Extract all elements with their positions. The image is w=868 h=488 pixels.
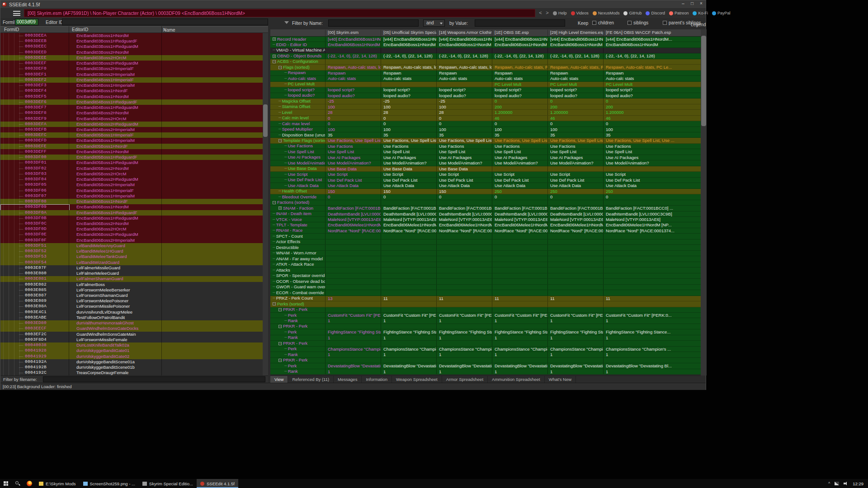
record-row[interactable]: —0003DEEAEncBandit03Boss1HNordM	[0, 33, 268, 38]
conflict-row[interactable]: ─Actor Effects	[270, 239, 701, 245]
value-cell[interactable]: DeathItemBandit [LVLI:000C3C9B]	[603, 211, 701, 216]
record-row[interactable]: —0003DEEBEncBandit03Boss1HRedguardF	[0, 38, 268, 44]
value-cell[interactable]	[436, 267, 492, 272]
taskbar-button-skyrim[interactable]: Skyrim Special Editio...	[139, 479, 197, 488]
value-cell[interactable]: NordRace "Nord" [RACE:0001374...	[492, 228, 547, 233]
value-cell[interactable]: 11	[547, 296, 603, 301]
editorid-cell[interactable]: LvlBanditMelee1HGuard	[76, 249, 123, 254]
value-cell[interactable]: 35	[436, 132, 492, 137]
value-cell[interactable]	[492, 262, 547, 267]
value-cell[interactable]: 100	[492, 127, 547, 132]
value-cell[interactable]: 0	[325, 116, 381, 121]
editorid-cell[interactable]: dunVolskyggeBanditScene01a	[76, 359, 135, 365]
formid-cell[interactable]: 0004192A	[25, 359, 47, 365]
value-cell[interactable]: Use Spell List	[547, 149, 603, 154]
value-cell[interactable]: Use Script	[492, 172, 547, 177]
value-cell[interactable]	[492, 251, 547, 256]
value-cell[interactable]: DevastatingBlow "Devastating Bl...	[492, 363, 547, 368]
formid-cell[interactable]: 0003DEF3	[25, 83, 47, 88]
value-cell[interactable]	[547, 285, 603, 290]
value-cell[interactable]: 0	[325, 121, 381, 126]
plugin-column-header[interactable]: [05] Unofficial Skyrim Special Editi...	[381, 30, 436, 37]
tab-referenced-by-11-[interactable]: Referenced By (11)	[288, 376, 334, 383]
toolbar-link-videos[interactable]: Videos	[571, 11, 589, 15]
minimize-button[interactable]: –	[680, 1, 686, 6]
value-cell[interactable]: Use Factions, Use Spell List, Use ...	[492, 138, 547, 143]
value-cell[interactable]	[492, 48, 547, 53]
value-cell[interactable]: EncBandit06Melee1HNordM [NP...	[547, 222, 603, 227]
value-cell[interactable]: 1	[325, 335, 381, 340]
value-cell[interactable]: Respawn	[436, 70, 492, 75]
formid-cell[interactable]: 0003DEF7	[25, 105, 47, 110]
value-cell[interactable]: EncBandit06Melee1HNordM [NP...	[325, 222, 381, 227]
formid-cell[interactable]: 0003DEF2	[25, 77, 47, 83]
value-cell[interactable]: looped script?	[547, 87, 603, 92]
collapse-icon[interactable]: −	[278, 325, 282, 328]
value-cell[interactable]	[436, 307, 492, 312]
value-cell[interactable]: looped audio?	[436, 93, 492, 98]
value-cell[interactable]: Use Model/Animation?	[603, 160, 701, 165]
value-cell[interactable]	[325, 59, 381, 64]
browser-button[interactable]	[24, 479, 35, 488]
value-cell[interactable]: 1	[547, 369, 603, 374]
taskbar-button-folder[interactable]: E:\Skyrim Mods	[35, 479, 80, 488]
value-cell[interactable]	[436, 59, 492, 64]
value-cell[interactable]: NordRace "Nord" [RACE:0001374...	[436, 228, 492, 233]
record-row[interactable]: —0003DF00EncBandit05Boss1HRedguardF	[0, 155, 268, 160]
record-row[interactable]: —0003DF54LvlBanditWizardGuard	[0, 260, 268, 265]
conflict-row[interactable]: ─Disposition Base (unused)353535353535	[270, 132, 701, 138]
value-cell[interactable]: ChampionsStance "Champion's ...	[381, 347, 436, 352]
value-cell[interactable]	[381, 273, 436, 278]
editorid-cell[interactable]: EncBandit05Boss2HRedguardM	[76, 177, 138, 182]
value-cell[interactable]: Use Script	[381, 172, 436, 177]
value-cell[interactable]	[603, 279, 701, 284]
conflict-row[interactable]: ─PRKZ - Perk Count131111111111	[270, 296, 701, 301]
editorid-cell[interactable]: EncBandit04Boss1HRedguardF	[76, 99, 137, 105]
editorid-cell[interactable]: DunLostKnifeBanditTalk02a	[76, 343, 129, 348]
conflict-row[interactable]: ─PC Level MultPC Level MultPC Level Mult…	[270, 82, 701, 87]
tab-ammunition-spreadsheet[interactable]: Ammunition Spreadsheet	[488, 376, 545, 383]
tab-weapon-spreadsheet[interactable]: Weapon Spreadsheet	[392, 376, 442, 383]
formid-cell[interactable]: 0003E4C1	[25, 310, 47, 315]
value-cell[interactable]: 100	[325, 127, 381, 132]
record-row[interactable]: —0003DF0FEncBandit06Boss2HImperialM	[0, 238, 268, 243]
conflict-row[interactable]: ─SPCT - Count	[270, 234, 701, 239]
editorid-cell[interactable]: EncBandit03Boss1HRedguardF	[76, 38, 137, 44]
value-cell[interactable]: 1	[547, 335, 603, 340]
value-cell[interactable]: FightingStance "Fighting Stance...	[436, 329, 492, 334]
value-cell[interactable]: BanditFaction [FACT:0001BCC0] ...	[547, 206, 603, 211]
value-cell[interactable]: (-22, -14, 0), (22, 14, 128)	[381, 53, 436, 58]
value-cell[interactable]: Use Attack Data	[325, 183, 381, 188]
conflict-row[interactable]: ─VTCK - VoiceMaleNord [VTYP:00013AE6]Mal…	[270, 217, 701, 222]
editorid-cell[interactable]: EncBandit04Boss2HOrcM	[76, 116, 126, 122]
collapse-icon[interactable]: −	[278, 308, 282, 311]
value-cell[interactable]: 250	[603, 189, 701, 194]
value-cell[interactable]	[325, 301, 381, 306]
value-cell[interactable]	[492, 166, 547, 171]
formid-cell[interactable]: 0003DF51	[25, 243, 47, 249]
value-cell[interactable]: 0	[547, 121, 603, 126]
editorid-cell[interactable]: GuardWindhelmSonsGateMain	[76, 332, 136, 337]
value-cell[interactable]: Use Factions	[325, 144, 381, 149]
value-cell[interactable]: 1	[492, 318, 547, 323]
value-cell[interactable]: EncBandit06Boss1HNordM	[436, 42, 492, 47]
editorid-cell[interactable]: LvlForswornShamanGuard	[76, 293, 128, 298]
conflict-row[interactable]: −Template Flags (sorted)Use Factions, Us…	[270, 138, 701, 143]
value-cell[interactable]	[492, 285, 547, 290]
formid-cell[interactable]: 0003DF0B	[25, 216, 47, 221]
value-cell[interactable]: EncBandit06Boss1HNordM	[381, 42, 436, 47]
formid-cell[interactable]: 0003E081	[25, 276, 47, 282]
right-scrollbar[interactable]	[701, 29, 707, 375]
value-cell[interactable]: 250	[547, 189, 603, 194]
editorid-cell[interactable]: EncBandit03Boss2HRedguardM	[76, 61, 138, 66]
conflict-row[interactable]: ─VMAD - Virtual Machine Ada...	[270, 48, 701, 53]
value-cell[interactable]: 0	[603, 121, 701, 126]
value-cell[interactable]	[603, 234, 701, 239]
record-row[interactable]: —0003DEEFEncBandit03Boss2HRedguardM	[0, 61, 268, 66]
filter-name-input[interactable]	[328, 19, 419, 27]
editorid-cell[interactable]: EncBandit05Boss1HNordM	[76, 149, 129, 155]
value-cell[interactable]: 1.200000	[492, 110, 547, 115]
value-cell[interactable]: 1.200000	[603, 110, 701, 115]
value-cell[interactable]	[603, 239, 701, 244]
value-cell[interactable]: FightingStance "Fighting Stance...	[603, 329, 701, 334]
